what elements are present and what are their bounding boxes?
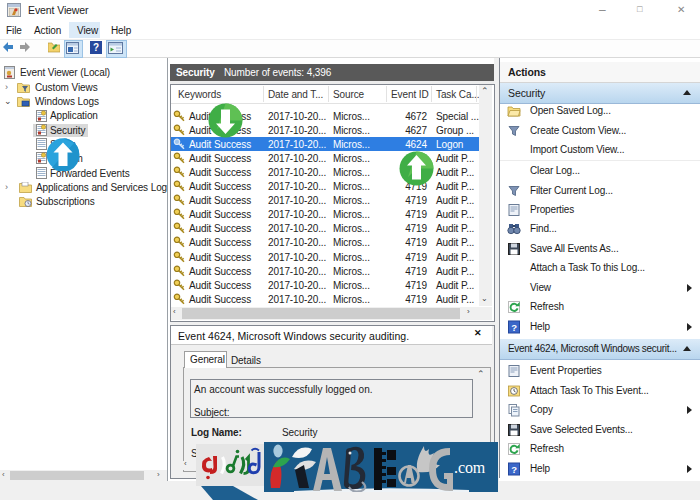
svg-text:?: ?: [511, 463, 517, 474]
svg-text:?: ?: [511, 321, 517, 332]
svg-text:?: ?: [93, 42, 99, 53]
